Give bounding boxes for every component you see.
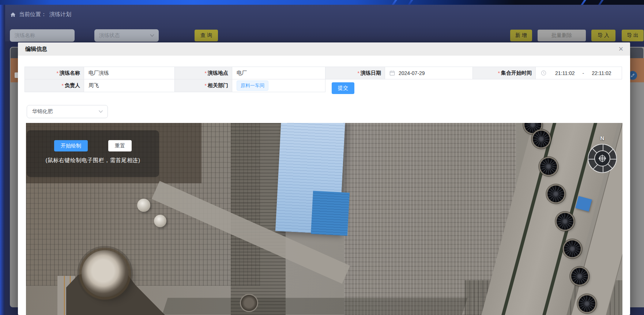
field-label-time: * 集合开始时间 <box>473 67 536 79</box>
field-label-department: * 相关部门 <box>175 79 232 92</box>
map-art-sphere-tank <box>137 199 150 212</box>
required-mark: * <box>498 70 500 76</box>
date-field[interactable]: 2024-07-29 <box>385 67 473 79</box>
submit-button[interactable]: 提交 <box>332 82 354 94</box>
form-filler <box>325 79 622 92</box>
breadcrumb-prefix: 当前位置： <box>19 11 46 18</box>
top-banner <box>0 0 644 5</box>
status-select[interactable]: 演练状态 <box>94 29 159 42</box>
map-art-fan <box>540 158 557 175</box>
status-placeholder: 演练状态 <box>99 32 120 39</box>
map-art-tank <box>82 250 128 297</box>
required-mark: * <box>205 70 207 76</box>
breadcrumb-current: 演练计划 <box>49 11 71 18</box>
calendar-icon <box>389 70 395 76</box>
search-input[interactable]: 演练名称 <box>10 29 75 42</box>
chevron-down-icon <box>98 110 103 113</box>
clock-icon <box>541 70 546 76</box>
time-range-field[interactable]: 21:11:02 - 22:11:02 <box>536 67 622 79</box>
dialog-title: 编辑信息 <box>25 46 47 53</box>
location-field[interactable]: 电厂 <box>232 67 325 79</box>
screen: 当前位置： 演练计划 演练名称 演练状态 查 询 新 增 批量删除 导 入 导 … <box>0 0 644 315</box>
page-left-border <box>0 5 5 315</box>
map-art-tank <box>241 295 257 311</box>
start-draw-button[interactable]: 开始绘制 <box>54 140 88 151</box>
time-start: 21:11:02 <box>555 70 575 76</box>
compass-control[interactable]: N <box>588 144 617 173</box>
plant-select[interactable]: 华锦化肥 <box>27 105 108 118</box>
map-art-fan <box>564 240 581 257</box>
map-art-fan <box>533 131 550 147</box>
required-mark: * <box>358 70 359 76</box>
map-art-sphere-tank <box>154 215 166 227</box>
banner-streak <box>578 0 588 5</box>
edit-dialog: 编辑信息 × * 演练名称 电厂演练 * 演练地点 电厂 * 演练日期 <box>18 42 630 315</box>
owner-field[interactable]: 周飞 <box>84 79 175 92</box>
batch-delete-button[interactable]: 批量删除 <box>538 30 586 41</box>
map-art-shadow <box>162 298 468 315</box>
dialog-header: 编辑信息 <box>18 42 630 56</box>
department-tag: 原料一车间 <box>237 80 268 91</box>
map-canvas[interactable]: 开始绘制 重置 (鼠标右键绘制电子围栏，需首尾相连) N <box>26 123 622 315</box>
edit-icon <box>630 73 635 78</box>
breadcrumb: 当前位置： 演练计划 <box>10 11 71 18</box>
banner-streak <box>598 0 606 5</box>
reset-button[interactable]: 重置 <box>108 140 132 151</box>
field-label-owner: * 负责人 <box>25 79 84 92</box>
close-icon[interactable]: × <box>616 44 626 54</box>
draw-hint-text: (鼠标右键绘制电子围栏，需首尾相连) <box>46 157 140 164</box>
add-button[interactable]: 新 增 <box>510 30 532 41</box>
banner-streak <box>389 0 399 5</box>
required-mark: * <box>62 83 64 89</box>
field-label-name: * 演练名称 <box>25 67 84 79</box>
plant-select-value: 华锦化肥 <box>32 108 53 115</box>
required-mark: * <box>205 83 207 89</box>
search-placeholder: 演练名称 <box>15 32 35 39</box>
compass-north-label: N <box>588 135 617 141</box>
department-field[interactable]: 原料一车间 <box>232 79 325 92</box>
map-art-blue-roof-dark <box>311 191 350 236</box>
field-label-date: * 演练日期 <box>325 67 385 79</box>
banner-streak <box>407 0 415 5</box>
field-label-location: * 演练地点 <box>175 67 232 79</box>
compass-center[interactable] <box>594 150 610 166</box>
draw-controls-panel: 开始绘制 重置 (鼠标右键绘制电子围栏，需首尾相连) <box>27 130 159 177</box>
edit-form: * 演练名称 电厂演练 * 演练地点 电厂 * 演练日期 <box>25 67 622 92</box>
home-icon <box>10 12 16 18</box>
map-art-fan <box>547 185 564 202</box>
import-button[interactable]: 导 入 <box>591 30 615 41</box>
compass-globe-icon <box>598 154 607 163</box>
time-separator: - <box>582 70 584 76</box>
time-end: 22:11:02 <box>592 70 611 76</box>
required-mark: * <box>57 70 59 76</box>
map-art-fan <box>557 213 573 230</box>
map-art-fan <box>571 268 588 285</box>
export-button[interactable]: 导 出 <box>622 30 644 41</box>
chevron-down-icon <box>150 34 154 37</box>
name-field[interactable]: 电厂演练 <box>84 67 175 79</box>
query-button[interactable]: 查 询 <box>195 30 218 41</box>
map-art-fan <box>579 295 595 312</box>
